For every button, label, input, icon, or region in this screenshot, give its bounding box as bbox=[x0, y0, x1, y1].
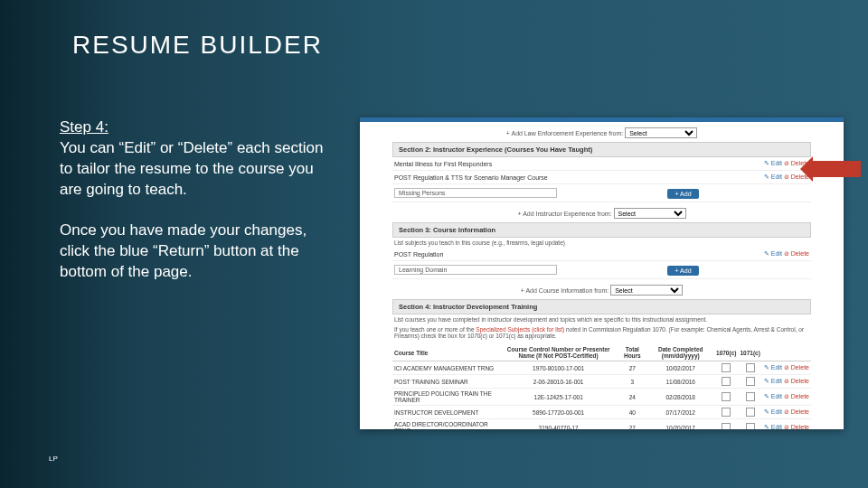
add-course-select[interactable]: Select bbox=[610, 285, 683, 296]
course-input-row: Learning Domain + Add bbox=[392, 261, 811, 279]
delete-link[interactable]: ⊘ Delete bbox=[784, 424, 809, 429]
course-row: POST Regulation ✎ Edit ⊘ Delete bbox=[392, 248, 811, 261]
add-instructor-line: + Add Instructor Experience from: Select bbox=[392, 208, 811, 219]
section-2-header: Section 2: Instructor Experience (Course… bbox=[392, 142, 811, 157]
step-label: Step 4: bbox=[60, 118, 108, 136]
edit-link[interactable]: ✎ Edit bbox=[764, 174, 782, 180]
delete-link[interactable]: ⊘ Delete bbox=[784, 378, 809, 384]
paragraph-2: Once you have made your changes, click t… bbox=[60, 221, 331, 283]
edit-link[interactable]: ✎ Edit bbox=[764, 393, 782, 399]
instructor-row: Mental Illness for First Responders ✎ Ed… bbox=[392, 157, 811, 171]
table-row: POST TRAINING SEMINAR2-06-28010-16-00131… bbox=[392, 375, 811, 389]
edit-link[interactable]: ✎ Edit bbox=[764, 160, 782, 166]
edit-link[interactable]: ✎ Edit bbox=[764, 378, 782, 384]
add-button[interactable]: + Add bbox=[667, 266, 698, 276]
add-law-enforcement-line: + Add Law Enforcement Experience from: S… bbox=[392, 127, 811, 138]
section-4-header: Section 4: Instructor Development Traini… bbox=[392, 299, 811, 314]
body-text: Step 4: You can “Edit” or “Delete” each … bbox=[60, 117, 331, 303]
delete-link[interactable]: ⊘ Delete bbox=[784, 250, 809, 257]
add-course-line: + Add Course Information from: Select bbox=[392, 285, 811, 296]
edit-link[interactable]: ✎ Edit bbox=[764, 364, 782, 371]
add-law-enforcement-select[interactable]: Select bbox=[625, 127, 697, 138]
dev-note-2: If you teach one or more of the Speciali… bbox=[392, 324, 811, 341]
table-row: ACAD DIRECTOR/COORDINATOR TRNG3190-40770… bbox=[392, 419, 811, 430]
course-input[interactable]: Learning Domain bbox=[394, 265, 557, 275]
delete-link[interactable]: ⊘ Delete bbox=[784, 408, 809, 415]
instructor-input[interactable]: Missing Persons bbox=[394, 188, 557, 198]
footer-initials: LP bbox=[49, 455, 58, 463]
add-instructor-select[interactable]: Select bbox=[614, 208, 686, 219]
instructor-row: POST Regulation & TTS for Scenario Manag… bbox=[392, 171, 811, 184]
page-title: RESUME BUILDER bbox=[72, 31, 323, 60]
edit-link[interactable]: ✎ Edit bbox=[764, 408, 782, 415]
course-note: List subjects you teach in this course (… bbox=[392, 238, 811, 248]
table-row: PRINCIPLED POLICING TRAIN THE TRAINER12E… bbox=[392, 389, 811, 406]
form-screenshot: + Add Law Enforcement Experience from: S… bbox=[360, 117, 844, 429]
dev-note-1: List courses you have completed in instr… bbox=[392, 314, 811, 324]
paragraph-1: You can “Edit” or “Delete” each section … bbox=[60, 139, 323, 198]
delete-link[interactable]: ⊘ Delete bbox=[784, 393, 809, 399]
add-button[interactable]: + Add bbox=[667, 189, 698, 199]
edit-link[interactable]: ✎ Edit bbox=[764, 424, 782, 429]
section-3-header: Section 3: Course Information bbox=[392, 222, 811, 238]
delete-link[interactable]: ⊘ Delete bbox=[784, 364, 809, 371]
instructor-input-row: Missing Persons + Add bbox=[392, 184, 811, 202]
highlight-arrow-icon bbox=[812, 161, 861, 177]
dev-training-table: Course Title Course Control Number or Pr… bbox=[392, 344, 811, 429]
table-row: INSTRUCTOR DEVELOPMENT5890-17720-00-0014… bbox=[392, 406, 811, 419]
table-row: ICI ACADEMY MANAGEMENT TRNG1970-80100-17… bbox=[392, 361, 811, 375]
edit-link[interactable]: ✎ Edit bbox=[764, 250, 782, 257]
